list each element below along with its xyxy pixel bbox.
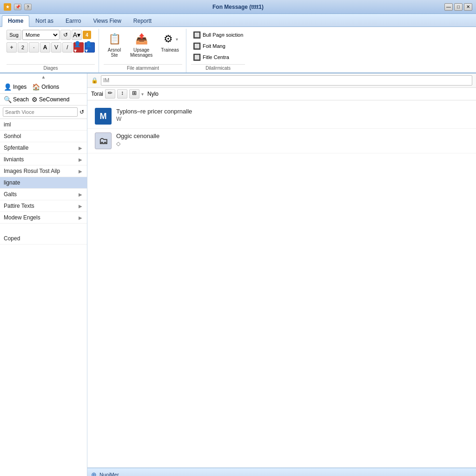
sidebar-item-coped[interactable]: Coped bbox=[0, 233, 87, 245]
format-a-button[interactable]: A▾ bbox=[72, 30, 82, 40]
ribbon-tabs: Home Nort as Earrro Views Fiew Reportt bbox=[0, 14, 476, 27]
content-search-input[interactable] bbox=[101, 75, 472, 86]
fitle-centra-icon: 🔲 bbox=[193, 53, 201, 61]
format-row-1: Sug Mome ↺ A▾ 4 bbox=[7, 30, 95, 40]
sidebar: ▲ 👤 Inges 🏠 Orlions 🔍 Seach ⚙ SeCownend bbox=[0, 73, 87, 476]
sidebar-item-iml[interactable]: iml bbox=[0, 119, 87, 131]
format-row-2: + 2 · A V / 👤▾ 👤▾ bbox=[7, 42, 95, 53]
dot-button[interactable]: · bbox=[29, 42, 39, 53]
sidebar-item-livniants[interactable]: livniants ▶ bbox=[0, 154, 87, 165]
app-icon: ★ bbox=[4, 3, 11, 11]
ribbon-group-diages: Sug Mome ↺ A▾ 4 + 2 · A V / 👤▾ 👤▾ bbox=[3, 29, 99, 73]
edit-button[interactable]: ✏ bbox=[105, 89, 115, 99]
traineas-button[interactable]: ⚙ ▾ Traineas bbox=[158, 30, 182, 54]
sidebar-item-galts[interactable]: Galts ▶ bbox=[0, 189, 87, 200]
sidebar-item-spfentalle[interactable]: Spfentalle ▶ bbox=[0, 142, 87, 154]
sidebar-icon-inges[interactable]: 👤 Inges bbox=[4, 83, 26, 91]
two-button[interactable]: 2 bbox=[18, 42, 28, 53]
view-mode-button[interactable]: ⊞ bbox=[129, 89, 139, 99]
sidebar-nav: iml Sonhol Spfentalle ▶ livniants ▶ Imag… bbox=[0, 119, 87, 476]
person1-button[interactable]: 👤▾ bbox=[73, 42, 84, 53]
secownend-label: SeCownend bbox=[39, 96, 69, 103]
arsnol-button[interactable]: 📋 ArsnolSte bbox=[104, 30, 125, 60]
view-dropdown-arrow: ▾ bbox=[141, 92, 144, 97]
gear-icon: ⚙ bbox=[32, 96, 38, 103]
content-area: 🔒 Torai ✏ ↕ ⊞ ▾ Nylo M Typlons–re pricer… bbox=[87, 73, 476, 476]
slash-button[interactable]: / bbox=[62, 42, 73, 53]
fitle-centra-button[interactable]: 🔲 Fitle Centra bbox=[191, 52, 245, 62]
sidebar-item-pattire[interactable]: Pattire Texts ▶ bbox=[0, 200, 87, 212]
message-subtitle-1: W bbox=[116, 116, 469, 122]
chevron-right-icon-3: ▶ bbox=[79, 169, 82, 174]
search-input[interactable] bbox=[3, 107, 78, 117]
plus-button[interactable]: + bbox=[7, 42, 17, 53]
lock-icon: 🔒 bbox=[91, 77, 98, 84]
tab-views[interactable]: Views Fiew bbox=[87, 15, 127, 26]
message-item-1[interactable]: M Typlons–re pricer conprnalle W bbox=[87, 104, 476, 129]
avatar-1: M bbox=[95, 108, 112, 125]
traineas-icon: ⚙ bbox=[162, 32, 175, 46]
person-icon: 👤 bbox=[4, 83, 12, 91]
sidebar-item-lignate[interactable]: lignate bbox=[0, 177, 87, 189]
tab-nortas[interactable]: Nort as bbox=[29, 15, 60, 26]
person2-button[interactable]: 👤▾ bbox=[85, 42, 95, 53]
livniants-label: livniants bbox=[4, 156, 24, 163]
galts-label: Galts bbox=[4, 191, 17, 198]
number-badge: 4 bbox=[83, 31, 91, 39]
sidebar-item-images[interactable]: Images Rosul Tost Ailp ▶ bbox=[0, 165, 87, 177]
sug-button[interactable]: Sug bbox=[7, 30, 21, 40]
file-group-content: 📋 ArsnolSte 📤 UpsageMiesnages ⚙ ▾ Traine… bbox=[104, 30, 182, 63]
ribbon: Sug Mome ↺ A▾ 4 + 2 · A V / 👤▾ 👤▾ bbox=[0, 27, 476, 73]
restore-button[interactable]: □ bbox=[454, 3, 463, 11]
mome-dropdown[interactable]: Mome bbox=[22, 30, 60, 40]
tab-home[interactable]: Home bbox=[2, 15, 29, 27]
pattire-label: Pattire Texts bbox=[4, 203, 34, 209]
foit-mang-button[interactable]: 🔲 Foit Mang bbox=[191, 41, 245, 51]
upsage-button[interactable]: 📤 UpsageMiesnages bbox=[127, 30, 156, 60]
torai-label: Torai bbox=[91, 91, 103, 97]
message-list: M Typlons–re pricer conprnalle W 🗂 Oggic… bbox=[87, 100, 476, 468]
chevron-right-icon-4: ▶ bbox=[79, 192, 82, 197]
pin-button[interactable]: 📌 bbox=[14, 4, 21, 10]
sidebar-scroll-up[interactable]: ▲ bbox=[0, 73, 87, 80]
chevron-right-icon-2: ▶ bbox=[79, 157, 82, 162]
diages-label: Diages bbox=[7, 64, 95, 71]
bull-page-button[interactable]: 🔲 Bull Pag¤ soiction bbox=[191, 30, 245, 40]
sidebar-item-sonhol[interactable]: Sonhol bbox=[0, 131, 87, 142]
close-button[interactable]: ✕ bbox=[464, 3, 472, 11]
sidebar-spacer bbox=[0, 224, 87, 233]
ribbon-group-content: Sug Mome ↺ A▾ 4 + 2 · A V / 👤▾ 👤▾ bbox=[7, 30, 95, 63]
sonhol-label: Sonhol bbox=[4, 133, 21, 139]
sort-button[interactable]: ↕ bbox=[117, 89, 127, 99]
sidebar-icon-row2: 🔍 Seach ⚙ SeCownend bbox=[0, 94, 87, 106]
sidebar-icon-orlions[interactable]: 🏠 Orlions bbox=[32, 83, 59, 91]
tab-earrro[interactable]: Earrro bbox=[60, 15, 87, 26]
rotate-button[interactable]: ↺ bbox=[60, 30, 71, 40]
title-bar: ★ 📌 ? Fon Message (tttt1) — □ ✕ bbox=[0, 0, 476, 14]
sidebar-icon-secownend[interactable]: ⚙ SeCownend bbox=[32, 96, 69, 103]
inges-label: Inges bbox=[13, 84, 26, 90]
main-container: ▲ 👤 Inges 🏠 Orlions 🔍 Seach ⚙ SeCownend bbox=[0, 73, 476, 476]
iml-label: iml bbox=[4, 121, 11, 128]
message-title-2: Oggic cenonalle bbox=[116, 132, 469, 139]
message-content-1: Typlons–re pricer conprnalle W bbox=[116, 108, 469, 122]
seach-label: Seach bbox=[13, 96, 29, 103]
dilalirmicats-label: Dilalirmicats bbox=[191, 64, 245, 71]
sidebar-item-modew[interactable]: Modew Engels ▶ bbox=[0, 212, 87, 224]
message-item-2[interactable]: 🗂 Oggic cenonalle ◇ bbox=[87, 129, 476, 153]
status-bar: ⊕ NuoiMer bbox=[87, 468, 476, 476]
bigA-button[interactable]: A bbox=[40, 42, 50, 53]
window-controls: — □ ✕ bbox=[444, 3, 472, 11]
search-btn[interactable]: ↺ bbox=[79, 109, 84, 115]
content-toolbar: 🔒 bbox=[87, 73, 476, 88]
message-title-1: Typlons–re pricer conprnalle bbox=[116, 108, 469, 115]
help-button[interactable]: ? bbox=[24, 4, 32, 10]
orlions-label: Orlions bbox=[41, 84, 59, 90]
spfentalle-label: Spfentalle bbox=[4, 145, 28, 151]
minimize-button[interactable]: — bbox=[444, 3, 453, 11]
sidebar-icon-seach[interactable]: 🔍 Seach bbox=[4, 96, 29, 103]
tab-reportt[interactable]: Reportt bbox=[127, 15, 158, 26]
coped-label: Coped bbox=[4, 235, 20, 242]
v-button[interactable]: V bbox=[51, 42, 61, 53]
foit-mang-icon: 🔲 bbox=[193, 42, 201, 50]
